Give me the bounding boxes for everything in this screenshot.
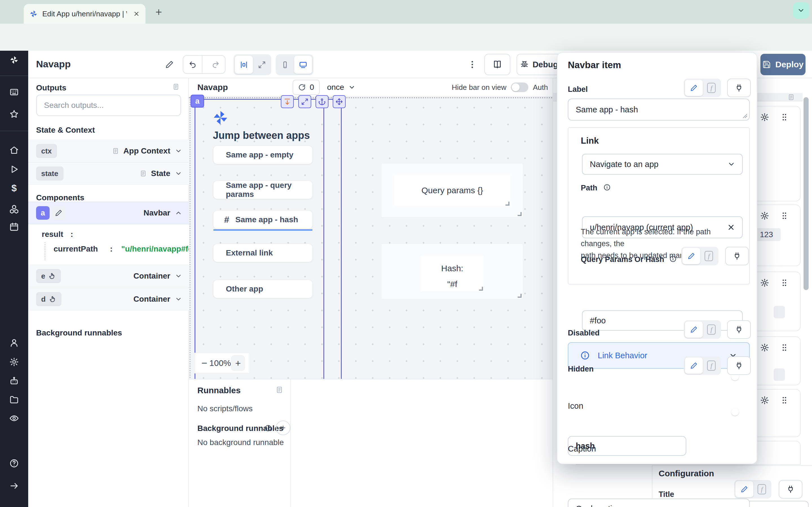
- ctx-row[interactable]: ctx App Context: [28, 140, 189, 162]
- runnables-doc-icon[interactable]: [276, 386, 283, 393]
- hash-container[interactable]: Hash: "#f: [381, 244, 523, 299]
- nav-item-same-app-hash[interactable]: # Same app - hash: [213, 211, 312, 229]
- query-params-container[interactable]: Query params {}: [381, 163, 523, 217]
- rename-pencil-icon[interactable]: [165, 60, 174, 69]
- resize-corner[interactable]: [518, 212, 522, 216]
- move-handle[interactable]: [333, 95, 346, 108]
- new-tab-icon[interactable]: [154, 8, 163, 16]
- add-background-runnable-button[interactable]: +: [276, 420, 290, 435]
- sidebar-schedules-icon[interactable]: [9, 222, 19, 231]
- sidebar-settings-icon[interactable]: [9, 357, 19, 367]
- sidebar-resources-icon[interactable]: [9, 205, 19, 214]
- item-settings-gear-icon[interactable]: [760, 343, 769, 352]
- windmill-logo-icon[interactable]: [9, 55, 19, 65]
- tab-close-icon[interactable]: [133, 10, 140, 17]
- query-connect-button[interactable]: [725, 247, 749, 265]
- function-mode-button[interactable]: f: [703, 321, 720, 338]
- settings-doc-icon[interactable]: [788, 94, 795, 101]
- fullscreen-layout-button[interactable]: [254, 56, 270, 74]
- item-drag-handle-icon[interactable]: [780, 343, 789, 352]
- title-connect-button[interactable]: [779, 480, 802, 499]
- function-mode-button[interactable]: f: [703, 80, 720, 96]
- disabled-connect-button[interactable]: [727, 320, 751, 339]
- item-drag-handle-icon[interactable]: [780, 396, 789, 405]
- state-row[interactable]: state State: [28, 162, 189, 185]
- label-connect-button[interactable]: [727, 78, 751, 97]
- label-input[interactable]: Same app - hash: [568, 99, 750, 121]
- scrollbar-thumb[interactable]: [804, 97, 809, 290]
- nav-item-other-app[interactable]: Other app: [213, 280, 312, 298]
- sidebar-home-icon[interactable]: [9, 145, 19, 155]
- zoom-in-button[interactable]: +: [231, 355, 245, 371]
- resize-corner[interactable]: [479, 287, 483, 291]
- tab-search-chevron-button[interactable]: [793, 2, 809, 18]
- component-tag-badge[interactable]: a: [191, 95, 204, 108]
- search-outputs-input[interactable]: Search outputs...: [36, 95, 181, 116]
- hidden-connect-button[interactable]: [727, 356, 751, 375]
- static-mode-button[interactable]: [735, 481, 753, 497]
- item-settings-gear-icon[interactable]: [760, 278, 769, 287]
- component-row-navbar[interactable]: a Navbar: [28, 202, 189, 224]
- chevron-down-icon[interactable]: [175, 170, 182, 177]
- static-mode-button[interactable]: [685, 321, 703, 338]
- sidebar-users-icon[interactable]: [9, 338, 19, 348]
- info-icon[interactable]: [603, 184, 611, 191]
- item-settings-gear-icon[interactable]: [760, 396, 769, 405]
- textarea-resize-handle[interactable]: [741, 112, 748, 118]
- chevron-down-icon[interactable]: [175, 272, 182, 280]
- anchor-handle[interactable]: [315, 95, 328, 108]
- desktop-view-button[interactable]: [294, 56, 312, 74]
- nav-item-same-app-query-params[interactable]: Same app - query params: [213, 181, 312, 199]
- resize-corner[interactable]: [518, 294, 522, 298]
- redo-button[interactable]: [206, 56, 225, 73]
- static-mode-button[interactable]: [685, 80, 703, 96]
- sidebar-runs-icon[interactable]: [9, 165, 19, 174]
- chevron-down-icon[interactable]: [175, 295, 182, 303]
- info-icon[interactable]: [264, 425, 272, 432]
- item-settings-gear-icon[interactable]: [760, 113, 769, 122]
- caption-input[interactable]: Cool caption: [568, 499, 750, 507]
- component-row-container-d[interactable]: d Container: [28, 288, 189, 311]
- undo-button[interactable]: [183, 56, 202, 73]
- zoom-out-button[interactable]: −: [199, 357, 209, 369]
- deploy-button[interactable]: Deploy: [760, 54, 806, 75]
- static-mode-button[interactable]: [685, 357, 703, 374]
- function-mode-button[interactable]: f: [703, 357, 720, 374]
- link-kind-select[interactable]: Navigate to an app: [582, 154, 743, 175]
- center-layout-button[interactable]: [235, 56, 253, 74]
- function-mode-button[interactable]: f: [700, 248, 717, 264]
- debug-button[interactable]: Debug: [516, 54, 562, 75]
- sidebar-audit-icon[interactable]: [9, 413, 19, 423]
- docs-button[interactable]: [485, 54, 510, 75]
- resize-corner[interactable]: [506, 202, 509, 206]
- sidebar-workers-icon[interactable]: [9, 376, 19, 386]
- info-icon[interactable]: [669, 255, 677, 263]
- toolbar-menu-icon[interactable]: [467, 60, 477, 69]
- function-mode-button[interactable]: f: [753, 481, 770, 497]
- sidebar-expand-icon[interactable]: [9, 481, 19, 491]
- outputs-doc-icon[interactable]: [172, 83, 179, 90]
- app-canvas[interactable]: Navapp 0 once Hide bar on view Auth a: [189, 78, 553, 379]
- component-row-container-e[interactable]: e Container: [28, 265, 189, 287]
- refresh-count-button[interactable]: 0: [293, 80, 320, 95]
- mobile-view-button[interactable]: [277, 56, 293, 74]
- edit-id-button[interactable]: [52, 206, 65, 220]
- refresh-mode-select[interactable]: once: [327, 83, 356, 92]
- sidebar-favorites-icon[interactable]: [9, 109, 19, 119]
- browser-tab[interactable]: Edit App u/henri/navapp | Win: [24, 4, 146, 24]
- hide-bar-toggle[interactable]: [511, 82, 528, 92]
- item-drag-handle-icon[interactable]: [780, 113, 789, 122]
- link-behavior-collapsible[interactable]: Link Behavior: [568, 342, 750, 369]
- item-drag-handle-icon[interactable]: [780, 278, 789, 287]
- item-drag-handle-icon[interactable]: [780, 211, 789, 220]
- nav-item-same-app-empty[interactable]: Same app - empty: [213, 146, 312, 164]
- fullscreen-handle[interactable]: [298, 95, 311, 108]
- sidebar-variables-icon[interactable]: $: [9, 183, 19, 193]
- sidebar-help-icon[interactable]: [9, 459, 19, 468]
- chevron-up-icon[interactable]: [175, 209, 182, 217]
- item-settings-gear-icon[interactable]: [760, 211, 769, 220]
- static-mode-button[interactable]: [682, 248, 700, 264]
- chevron-down-icon[interactable]: [175, 147, 182, 155]
- sidebar-apps-icon[interactable]: [9, 87, 19, 97]
- expand-down-handle[interactable]: [281, 95, 294, 108]
